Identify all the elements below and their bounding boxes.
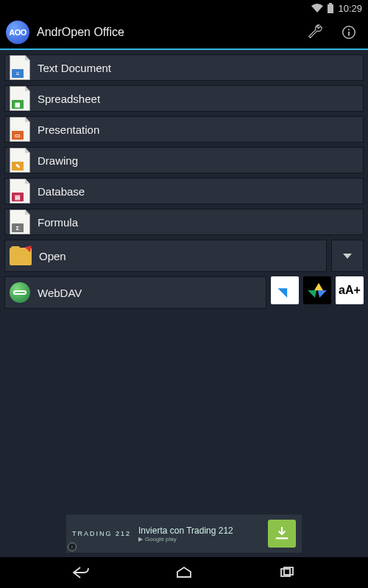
play-icon: ▶: [138, 536, 143, 542]
info-icon: [341, 24, 357, 40]
google-drive-icon: [309, 283, 325, 298]
menu-item-label: WebDAV: [38, 287, 82, 299]
menu-item-open[interactable]: Open: [4, 240, 327, 272]
open-dropdown-button[interactable]: [331, 240, 364, 272]
svg-rect-0: [328, 4, 333, 13]
content-area: TRADING 212 Invierta con Trading 212 ▶Go…: [0, 309, 368, 557]
ad-info-icon[interactable]: i: [68, 542, 77, 551]
back-icon: [71, 565, 91, 580]
app-title: AndrOpen Office: [37, 26, 294, 39]
recent-apps-icon: [277, 565, 297, 580]
settings-button[interactable]: [302, 19, 328, 46]
app-bar: AOO AndrOpen Office: [0, 16, 368, 50]
calc-icon: ▦: [10, 86, 30, 111]
menu-item-label: Text Document: [38, 62, 111, 74]
ad-download-button[interactable]: [268, 520, 296, 548]
svg-rect-1: [329, 3, 332, 4]
nav-back-button[interactable]: [59, 562, 103, 584]
menu-item-database[interactable]: ▤ Database: [4, 178, 364, 204]
impress-icon: ▭: [10, 117, 30, 142]
status-bar: 10:29: [0, 0, 368, 16]
menu-item-spreadsheet[interactable]: ▦ Spreadsheet: [4, 85, 364, 112]
menu-item-label: Database: [38, 185, 85, 198]
ad-copy: Invierta con Trading 212 ▶Google play: [138, 526, 261, 542]
menu-item-drawing[interactable]: ✎ Drawing: [4, 147, 364, 173]
svg-point-3: [348, 29, 350, 30]
info-button[interactable]: [336, 19, 362, 46]
menu-item-label: Presentation: [38, 123, 99, 136]
menu-item-label: Spreadsheet: [38, 93, 100, 105]
google-drive-button[interactable]: [303, 276, 331, 304]
menu-item-presentation[interactable]: ▭ Presentation: [4, 116, 364, 143]
menu-item-text-document[interactable]: ≡ Text Document: [4, 54, 364, 81]
menu-item-label: Formula: [38, 216, 78, 229]
writer-icon: ≡: [10, 55, 30, 80]
main-menu: ≡ Text Document ▦ Spreadsheet ▭ Presenta…: [0, 50, 368, 309]
ad-banner[interactable]: TRADING 212 Invierta con Trading 212 ▶Go…: [66, 514, 302, 553]
ad-brand: TRADING 212: [72, 530, 131, 537]
wrench-icon: [307, 24, 323, 40]
menu-item-webdav[interactable]: WebDAV: [4, 276, 266, 309]
font-size-button[interactable]: aA+: [336, 276, 364, 304]
dropbox-icon: [277, 283, 291, 297]
base-icon: ▤: [10, 179, 30, 204]
download-icon: [274, 526, 290, 542]
math-icon: Σ: [10, 209, 30, 234]
nav-home-button[interactable]: [162, 562, 206, 584]
webdav-icon: [10, 282, 30, 303]
status-time: 10:29: [338, 3, 362, 14]
menu-item-formula[interactable]: Σ Formula: [4, 209, 364, 235]
battery-icon: [328, 3, 333, 13]
app-logo: AOO: [6, 21, 29, 44]
home-icon: [174, 565, 194, 580]
menu-item-label: Open: [39, 250, 66, 262]
dropbox-button[interactable]: [271, 276, 299, 304]
svg-rect-4: [348, 32, 350, 36]
chevron-down-icon: [343, 254, 352, 259]
font-size-label: aA+: [339, 284, 361, 297]
wifi-icon: [311, 4, 323, 12]
menu-item-label: Drawing: [38, 154, 78, 167]
android-nav-bar: [0, 557, 368, 588]
folder-open-icon: [10, 246, 32, 265]
nav-recent-button[interactable]: [265, 562, 309, 584]
draw-icon: ✎: [10, 148, 30, 173]
